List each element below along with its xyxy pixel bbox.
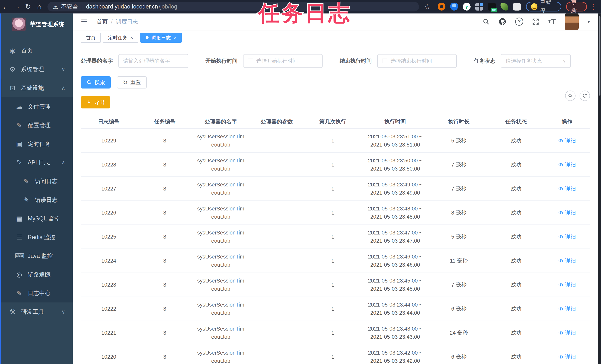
sidebar-item-config-management[interactable]: ✎配置管理	[0, 116, 73, 134]
cell-handler-name: sysUserSessionTimeoutJob	[193, 153, 249, 177]
fullscreen-icon[interactable]	[532, 18, 539, 25]
start-time-input[interactable]: 选择开始执行时间	[243, 54, 323, 68]
handler-name-input[interactable]: 请输入处理器的名字	[119, 54, 188, 68]
handler-line: sysUserSessionTim	[193, 325, 249, 333]
cell-log-id: 10226	[81, 201, 137, 225]
cell-log-id: 10228	[81, 153, 137, 177]
cell-status: 成功	[488, 201, 544, 225]
sidebar-item-redis-monitor[interactable]: ☰Redis 监控	[0, 228, 73, 246]
sidebar-item-api-logs[interactable]: ✎API 日志∧	[0, 153, 73, 172]
handler-line: sysUserSessionTim	[193, 132, 249, 141]
back-icon[interactable]: ←	[0, 3, 11, 11]
navbar-actions: ? TT ▾	[482, 13, 590, 30]
sidebar-item-trace[interactable]: ◎链路追踪	[0, 265, 73, 284]
sidebar-item-infrastructure[interactable]: ⊡基础设施∧	[0, 79, 73, 97]
sidebar-item-label: 文件管理	[28, 103, 51, 111]
detail-link[interactable]: 详细	[558, 281, 576, 289]
active-tab-dot-icon	[146, 36, 149, 39]
toggle-search-button[interactable]	[565, 91, 575, 101]
extension-leaf-icon[interactable]	[501, 3, 508, 10]
cell-exec-index: 1	[305, 249, 361, 273]
page-scrollbar[interactable]	[598, 13, 601, 364]
extension-on-badge-icon[interactable]	[488, 3, 496, 10]
detail-link-label: 详细	[565, 233, 576, 241]
detail-link[interactable]: 详细	[558, 161, 576, 169]
avatar-caret-icon[interactable]: ▾	[588, 19, 590, 25]
sidebar-item-file-management[interactable]: ☁文件管理	[0, 97, 73, 116]
refresh-table-button[interactable]	[580, 91, 590, 101]
chevron-down-icon: ∨	[61, 309, 65, 315]
end-time-input[interactable]: 选择结束执行时间	[377, 54, 457, 68]
filter-group-job-status: 任务状态请选择任务状态∨	[474, 54, 571, 68]
font-size-icon[interactable]: TT	[548, 17, 556, 26]
tab-job-log[interactable]: 调度日志×	[140, 33, 182, 43]
schedule-icon: ▣	[15, 140, 24, 148]
github-icon[interactable]	[499, 18, 506, 26]
cell-log-id: 10222	[81, 297, 137, 321]
detail-link[interactable]: 详细	[558, 353, 576, 361]
column-header: 操作	[544, 115, 590, 129]
cell-handler-param	[249, 201, 305, 225]
cell-exec-index: 1	[305, 321, 361, 345]
cell-handler-name: sysUserSessionTimeoutJob	[193, 129, 249, 153]
detail-link[interactable]: 详细	[558, 209, 576, 217]
paused-label: 已暂停	[540, 0, 556, 14]
calendar-icon	[248, 59, 253, 63]
reset-button[interactable]: ↻ 重置	[117, 76, 147, 89]
extension-grid-icon[interactable]	[475, 3, 483, 10]
sidebar-item-scheduled-tasks[interactable]: ▣定时任务	[0, 134, 73, 153]
address-bar[interactable]: ⚠ 不安全 | dashboard.yudao.iocoder.cn/job/l…	[48, 2, 419, 11]
reload-icon[interactable]: ↻	[22, 3, 34, 11]
sidebar-collapse-icon[interactable]: ☰	[81, 17, 88, 26]
detail-link[interactable]: 详细	[558, 305, 576, 313]
user-avatar[interactable]	[565, 13, 579, 30]
eye-icon	[558, 233, 563, 241]
sidebar-item-label: 研发工具	[21, 308, 44, 316]
cell-handler-param	[249, 129, 305, 153]
column-header: 日志编号	[81, 115, 137, 129]
detail-link[interactable]: 详细	[558, 233, 576, 241]
export-button[interactable]: 导出	[81, 96, 110, 109]
sidebar-item-home[interactable]: ◉首页	[0, 41, 73, 60]
tab-label: 定时任务	[108, 35, 127, 41]
handler-line: sysUserSessionTim	[193, 253, 249, 261]
app-logo-row[interactable]: 芋道管理系统	[0, 13, 73, 36]
home-icon[interactable]: ⌂	[34, 3, 45, 11]
breadcrumb-home[interactable]: 首页	[97, 18, 108, 26]
browser-menu-dots-icon[interactable]: ⋮	[590, 2, 597, 11]
sidebar-item-error-logs[interactable]: ✎错误日志	[0, 191, 73, 209]
sidebar-item-label: MySQL 监控	[28, 215, 60, 222]
column-header: 执行时间	[361, 115, 430, 129]
sidebar-item-log-center[interactable]: ✎日志中心	[0, 284, 73, 303]
search-button[interactable]: 搜索	[81, 76, 111, 89]
tab-scheduled-tasks[interactable]: 定时任务×	[103, 33, 138, 43]
update-button[interactable]: 更新	[566, 2, 587, 11]
detail-link[interactable]: 详细	[558, 329, 576, 337]
sidebar-item-label: Redis 监控	[28, 233, 55, 241]
bookmark-star-icon[interactable]: ☆	[422, 3, 433, 11]
sidebar-item-system-management[interactable]: ⚙系统管理∨	[0, 60, 73, 79]
close-icon[interactable]: ×	[174, 35, 176, 41]
sidebar-item-java-monitor[interactable]: ⌨Java 监控	[0, 246, 73, 265]
tab-home[interactable]: 首页	[81, 33, 101, 43]
sidebar-item-dev-tools[interactable]: ⚒研发工具∨	[0, 303, 73, 321]
extension-orange-icon[interactable]	[438, 3, 445, 10]
close-icon[interactable]: ×	[130, 35, 133, 41]
detail-link[interactable]: 详细	[558, 185, 576, 193]
main-area: ☰ 首页 / 调度日志 ? TT	[73, 13, 598, 364]
extensions-puzzle-icon[interactable]	[513, 3, 521, 10]
scrollbar-thumb[interactable]	[599, 16, 601, 96]
extension-green-y-icon[interactable]: y	[463, 3, 471, 10]
detail-link[interactable]: 详细	[558, 257, 576, 265]
extension-blue-icon[interactable]	[450, 3, 458, 10]
dashboard-icon: ◉	[8, 47, 17, 54]
detail-link[interactable]: 详细	[558, 137, 576, 145]
eye-icon	[558, 353, 563, 361]
sidebar-item-mysql-monitor[interactable]: ▤MySQL 监控	[0, 209, 73, 228]
paused-profile-badge[interactable]: 已暂停	[526, 2, 561, 11]
job-status-select[interactable]: 请选择任务状态∨	[501, 54, 571, 68]
search-icon[interactable]	[482, 18, 490, 25]
help-icon[interactable]: ?	[515, 18, 523, 26]
sidebar-item-access-logs[interactable]: ✎访问日志	[0, 172, 73, 191]
forward-icon[interactable]: →	[11, 3, 22, 11]
